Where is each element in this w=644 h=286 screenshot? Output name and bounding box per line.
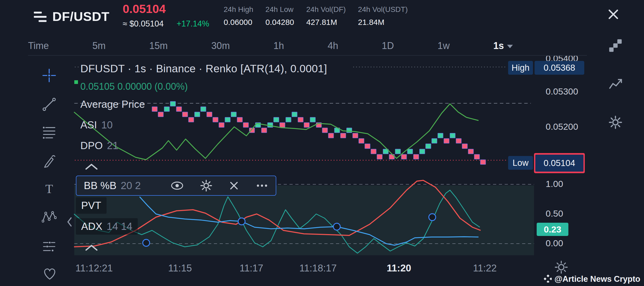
market-stats: 24h High0.0600024h Low0.0428024h Vol(DF)… (224, 5, 408, 27)
change-percent: +17.14% (177, 19, 209, 29)
sub-indicator-pvt[interactable]: PVT (76, 197, 107, 214)
timeframe-tabs: Time5m15m30m1h4h1D1w1s (28, 38, 513, 53)
indicator-row-asi[interactable]: ASI10 (80, 119, 113, 131)
stat-label: 24h Low (265, 5, 294, 14)
low-label-chip: Low (508, 156, 533, 170)
sub-indicator-adx[interactable]: ADX14 14 (76, 218, 138, 235)
svg-text:T: T (45, 182, 53, 196)
price-axis[interactable]: 0.05368 0.05104 0.23 0.054000.053000.052… (534, 56, 611, 260)
settings-gear-icon[interactable] (609, 115, 622, 129)
stat-value: 21.84M (358, 18, 408, 27)
collapse-up-icon[interactable] (84, 243, 99, 252)
indicator-row-average-price[interactable]: Average Price (80, 99, 145, 110)
stat-value: 427.81M (306, 18, 346, 27)
timeframe-tab-1d[interactable]: 1D (382, 40, 394, 51)
watermark: @Article News Crypto (544, 274, 640, 284)
indicator-name: PVT (81, 200, 101, 211)
stat-label: 24h Vol(DF) (306, 5, 346, 14)
timeframe-tab-1s[interactable]: 1s (493, 40, 513, 51)
chart-title: DFUSDT · 1s · Binance · Renko [ATR(14), … (80, 62, 327, 75)
pair-title: DF/USDT (52, 9, 109, 24)
crosshair-tool-icon[interactable] (42, 68, 57, 83)
time-axis-label: 11:20 (387, 263, 411, 274)
text-tool-icon[interactable]: T (42, 182, 57, 196)
collapse-left-icon[interactable] (66, 217, 73, 227)
watermark-logo-icon (544, 275, 552, 284)
high-label-chip: High (508, 61, 533, 75)
watermark-text: @Article News Crypto (554, 274, 640, 284)
stat-value: 0.06000 (224, 18, 253, 27)
price-axis-label: 0.05200 (546, 122, 578, 132)
indicator-name: BB %B (84, 180, 117, 191)
indicator-name: ASI (80, 119, 97, 131)
measure-tool-icon[interactable] (42, 239, 57, 254)
indicator-row-dpo[interactable]: DPO21 (80, 140, 118, 151)
remove-indicator-icon[interactable] (229, 180, 239, 191)
menu-bar (34, 16, 47, 18)
timeframe-tab-4h[interactable]: 4h (328, 40, 338, 51)
time-axis-label: 11:12:21 (75, 263, 113, 274)
indicator-name: ADX (81, 221, 102, 232)
indicator-axis-label: 0.50 (546, 208, 563, 219)
indicator-toolbar[interactable]: BB %B 20 2 (76, 176, 276, 196)
indicator-params: 20 2 (121, 180, 141, 191)
time-axis-label: 11:18:17 (299, 263, 337, 274)
timeframe-tab-15m[interactable]: 15m (149, 40, 168, 51)
timeframe-tab-1h[interactable]: 1h (273, 40, 284, 51)
current-price-tag: 0.05104 (534, 153, 585, 173)
stat-24h-vol-df-: 24h Vol(DF)427.81M (306, 5, 346, 27)
timeframe-tab-30m[interactable]: 30m (211, 40, 230, 51)
fullscreen-icon[interactable] (609, 39, 622, 52)
stat-label: 24h High (224, 5, 253, 14)
stat-label: 24h Vol(USDT) (358, 5, 408, 14)
stat-24h-low: 24h Low0.04280 (265, 5, 294, 27)
menu-bar (39, 20, 47, 22)
low-value-chip: 0.05104 (535, 155, 583, 172)
ohlc-readout: 0.05105 0.00000 (0.00%) (80, 81, 188, 92)
trading-chart-screen: DF/USDT 0.05104 ≈ $0.05104 +17.14% 24h H… (0, 0, 644, 286)
indicator-value: 21 (107, 140, 118, 151)
time-axis-label: 11:15 (168, 263, 192, 274)
chart-style-icon[interactable] (609, 77, 622, 91)
last-price: 0.05104 (123, 2, 166, 16)
indicator-value: 10 (101, 119, 113, 131)
brush-tool-icon[interactable] (42, 154, 57, 168)
eye-icon[interactable] (171, 181, 184, 191)
horizontal-lines-tool-icon[interactable] (42, 125, 57, 140)
high-value-chip: 0.05368 (535, 61, 584, 75)
lower-indicator-badge: 0.23 (537, 223, 568, 236)
approx-fiat-price: ≈ $0.05104 (123, 19, 164, 29)
price-axis-label: 0.05300 (546, 86, 578, 97)
indicator-axis-label: 1.00 (546, 179, 563, 189)
lower-indicator-panel (74, 185, 534, 255)
time-axis-label: 11:17 (240, 263, 263, 274)
xabcd-pattern-tool-icon[interactable] (42, 210, 57, 225)
stat-24h-high: 24h High0.06000 (224, 5, 253, 27)
brightness-icon[interactable] (554, 260, 568, 274)
green-marker (74, 80, 78, 84)
divider (28, 55, 587, 56)
indicator-params: 14 14 (107, 221, 132, 232)
trendline-tool-icon[interactable] (42, 97, 57, 112)
timeframe-tab-1w[interactable]: 1w (438, 40, 450, 51)
collapse-up-icon[interactable] (84, 162, 99, 171)
stat-24h-vol-usdt-: 24h Vol(USDT)21.84M (358, 5, 408, 27)
gear-icon[interactable] (200, 180, 212, 192)
more-options-icon[interactable] (256, 184, 268, 187)
close-icon[interactable] (606, 7, 620, 21)
timeframe-tab-time[interactable]: Time (28, 40, 49, 51)
indicator-axis-label: 0.00 (546, 238, 563, 248)
stat-value: 0.04280 (265, 18, 294, 27)
time-axis-label: 11:22 (473, 263, 497, 274)
indicator-name: DPO (80, 140, 103, 151)
menu-icon[interactable] (34, 11, 48, 23)
caret-down-icon (507, 45, 513, 48)
timeframe-tab-5m[interactable]: 5m (93, 40, 106, 51)
favorites-heart-icon[interactable] (42, 266, 57, 281)
menu-bar (34, 12, 42, 14)
indicator-name: Average Price (80, 99, 145, 110)
